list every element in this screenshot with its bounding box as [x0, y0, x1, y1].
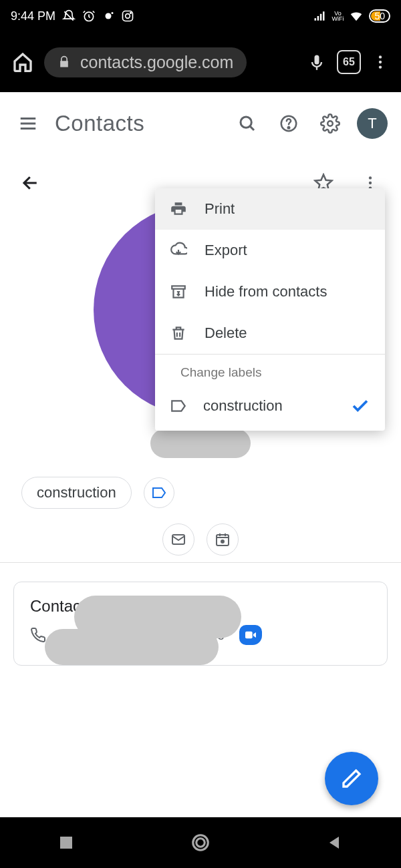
check-icon	[350, 396, 370, 416]
edit-fab[interactable]	[325, 752, 378, 805]
menu-item-label: Export	[205, 242, 247, 259]
help-icon[interactable]	[274, 109, 303, 138]
instagram-icon	[121, 9, 134, 23]
account-avatar[interactable]: T	[357, 108, 388, 139]
gear-icon[interactable]	[315, 109, 345, 138]
back-arrow-icon[interactable]	[16, 168, 45, 198]
address-bar[interactable]: contacts.google.com	[44, 47, 247, 77]
nav-recent-icon[interactable]	[58, 835, 74, 851]
alarm-icon	[82, 9, 96, 23]
clock-text: 9:44 PM	[11, 9, 55, 23]
svg-point-6	[379, 55, 382, 58]
svg-point-7	[379, 61, 382, 63]
calendar-action-icon[interactable]	[207, 523, 239, 556]
android-nav-bar	[0, 817, 401, 868]
menu-print[interactable]: Print	[155, 188, 385, 230]
svg-rect-20	[172, 286, 185, 288]
menu-item-label: construction	[203, 397, 283, 415]
contact-name-redacted	[150, 429, 251, 458]
browser-toolbar: contacts.google.com 65	[0, 32, 401, 92]
label-chip[interactable]: construction	[21, 477, 132, 509]
phone-icon	[30, 627, 46, 643]
menu-item-label: Hide from contacts	[205, 283, 327, 300]
overflow-menu: Print Export Hide from contacts Delete C…	[155, 188, 385, 431]
svg-point-22	[193, 835, 209, 851]
home-icon[interactable]	[12, 51, 33, 73]
battery-indicator: 50	[369, 9, 390, 23]
svg-point-5	[130, 13, 132, 14]
email-action-icon[interactable]	[162, 523, 194, 556]
search-icon[interactable]	[233, 109, 262, 138]
svg-point-4	[126, 14, 130, 19]
menu-item-label: Delete	[205, 324, 247, 342]
svg-point-18	[221, 540, 224, 543]
menu-section-header: Change labels	[155, 355, 385, 387]
export-icon	[170, 242, 188, 259]
nav-back-icon[interactable]	[327, 835, 343, 851]
url-text: contacts.google.com	[80, 53, 233, 72]
video-call-icon[interactable]	[239, 625, 262, 645]
svg-rect-19	[245, 632, 253, 639]
record-icon	[102, 10, 114, 22]
svg-point-23	[196, 839, 205, 847]
dnd-icon	[62, 9, 76, 23]
tab-switcher[interactable]: 65	[337, 50, 361, 74]
android-status-bar: 9:44 PM VoWiFi 50	[0, 0, 401, 32]
wifi-icon	[349, 9, 364, 23]
nav-home-icon[interactable]	[190, 833, 211, 853]
contact-details-card: Contact details Mobile	[13, 582, 388, 666]
mic-icon[interactable]	[307, 53, 326, 71]
app-header: Contacts T	[0, 92, 401, 155]
menu-delete[interactable]: Delete	[155, 312, 385, 354]
trash-icon	[170, 324, 188, 342]
svg-point-2	[112, 12, 114, 14]
svg-point-13	[369, 176, 372, 179]
print-icon	[170, 200, 188, 218]
svg-rect-21	[60, 837, 72, 849]
svg-point-11	[288, 127, 290, 129]
menu-export[interactable]: Export	[155, 230, 385, 271]
menu-label-item[interactable]: construction	[155, 387, 385, 431]
hamburger-icon[interactable]	[13, 109, 43, 138]
browser-menu-icon[interactable]	[372, 53, 389, 71]
svg-point-14	[369, 182, 372, 184]
svg-point-1	[106, 13, 112, 19]
menu-hide[interactable]: Hide from contacts	[155, 271, 385, 312]
label-icon	[170, 397, 187, 415]
svg-point-8	[379, 65, 382, 68]
archive-icon	[170, 283, 188, 300]
vowifi-icon: VoWiFi	[331, 11, 344, 21]
svg-point-9	[241, 117, 251, 128]
signal-icon	[313, 9, 326, 23]
lock-icon	[57, 55, 71, 69]
add-label-button[interactable]	[144, 477, 174, 508]
menu-item-label: Print	[205, 200, 235, 218]
svg-point-12	[327, 121, 333, 126]
app-title: Contacts	[55, 111, 221, 136]
